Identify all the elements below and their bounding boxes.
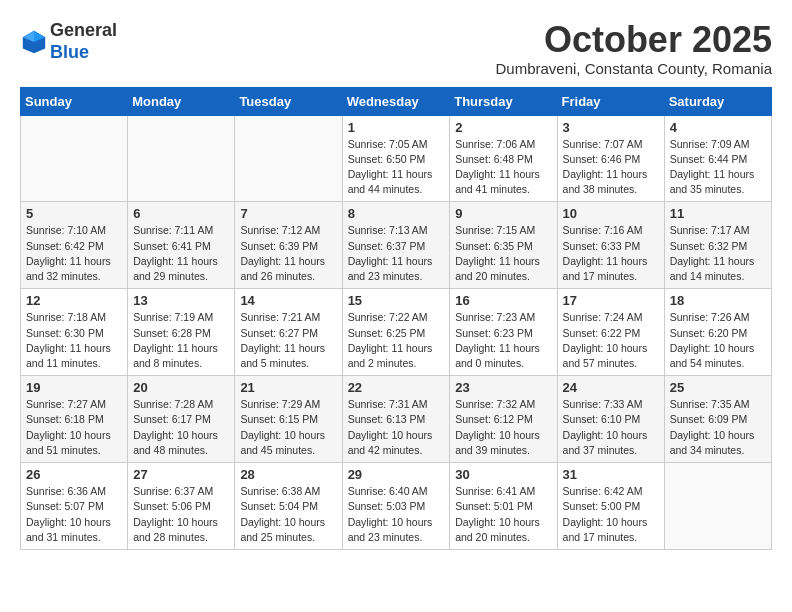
calendar-cell: 7Sunrise: 7:12 AM Sunset: 6:39 PM Daylig… — [235, 202, 342, 289]
day-number: 29 — [348, 467, 445, 482]
calendar-cell: 9Sunrise: 7:15 AM Sunset: 6:35 PM Daylig… — [450, 202, 557, 289]
day-info: Sunrise: 6:41 AM Sunset: 5:01 PM Dayligh… — [455, 484, 551, 545]
day-info: Sunrise: 7:13 AM Sunset: 6:37 PM Dayligh… — [348, 223, 445, 284]
day-info: Sunrise: 7:12 AM Sunset: 6:39 PM Dayligh… — [240, 223, 336, 284]
weekday-header: Monday — [128, 87, 235, 115]
calendar-cell: 28Sunrise: 6:38 AM Sunset: 5:04 PM Dayli… — [235, 463, 342, 550]
calendar-cell: 4Sunrise: 7:09 AM Sunset: 6:44 PM Daylig… — [664, 115, 771, 202]
day-info: Sunrise: 7:11 AM Sunset: 6:41 PM Dayligh… — [133, 223, 229, 284]
day-info: Sunrise: 7:19 AM Sunset: 6:28 PM Dayligh… — [133, 310, 229, 371]
day-info: Sunrise: 7:29 AM Sunset: 6:15 PM Dayligh… — [240, 397, 336, 458]
weekday-header: Sunday — [21, 87, 128, 115]
calendar-cell: 23Sunrise: 7:32 AM Sunset: 6:12 PM Dayli… — [450, 376, 557, 463]
day-info: Sunrise: 7:23 AM Sunset: 6:23 PM Dayligh… — [455, 310, 551, 371]
month-title: October 2025 — [495, 20, 772, 60]
calendar-cell: 8Sunrise: 7:13 AM Sunset: 6:37 PM Daylig… — [342, 202, 450, 289]
day-number: 23 — [455, 380, 551, 395]
day-number: 14 — [240, 293, 336, 308]
day-number: 3 — [563, 120, 659, 135]
day-info: Sunrise: 6:40 AM Sunset: 5:03 PM Dayligh… — [348, 484, 445, 545]
day-info: Sunrise: 7:15 AM Sunset: 6:35 PM Dayligh… — [455, 223, 551, 284]
weekday-header: Thursday — [450, 87, 557, 115]
calendar-week-row: 26Sunrise: 6:36 AM Sunset: 5:07 PM Dayli… — [21, 463, 772, 550]
calendar-cell: 18Sunrise: 7:26 AM Sunset: 6:20 PM Dayli… — [664, 289, 771, 376]
day-number: 12 — [26, 293, 122, 308]
day-number: 13 — [133, 293, 229, 308]
day-number: 6 — [133, 206, 229, 221]
calendar-cell: 14Sunrise: 7:21 AM Sunset: 6:27 PM Dayli… — [235, 289, 342, 376]
calendar-cell: 5Sunrise: 7:10 AM Sunset: 6:42 PM Daylig… — [21, 202, 128, 289]
day-info: Sunrise: 7:09 AM Sunset: 6:44 PM Dayligh… — [670, 137, 766, 198]
day-number: 5 — [26, 206, 122, 221]
day-number: 19 — [26, 380, 122, 395]
day-info: Sunrise: 6:37 AM Sunset: 5:06 PM Dayligh… — [133, 484, 229, 545]
calendar-cell — [21, 115, 128, 202]
day-info: Sunrise: 7:24 AM Sunset: 6:22 PM Dayligh… — [563, 310, 659, 371]
calendar-cell — [664, 463, 771, 550]
logo: General Blue — [20, 20, 117, 63]
logo-text: General Blue — [50, 20, 117, 63]
calendar-cell: 24Sunrise: 7:33 AM Sunset: 6:10 PM Dayli… — [557, 376, 664, 463]
day-info: Sunrise: 7:16 AM Sunset: 6:33 PM Dayligh… — [563, 223, 659, 284]
day-info: Sunrise: 6:38 AM Sunset: 5:04 PM Dayligh… — [240, 484, 336, 545]
day-number: 25 — [670, 380, 766, 395]
calendar-cell: 1Sunrise: 7:05 AM Sunset: 6:50 PM Daylig… — [342, 115, 450, 202]
day-info: Sunrise: 7:35 AM Sunset: 6:09 PM Dayligh… — [670, 397, 766, 458]
day-number: 17 — [563, 293, 659, 308]
calendar-cell: 13Sunrise: 7:19 AM Sunset: 6:28 PM Dayli… — [128, 289, 235, 376]
day-number: 22 — [348, 380, 445, 395]
day-number: 2 — [455, 120, 551, 135]
day-info: Sunrise: 7:10 AM Sunset: 6:42 PM Dayligh… — [26, 223, 122, 284]
day-number: 9 — [455, 206, 551, 221]
day-info: Sunrise: 7:28 AM Sunset: 6:17 PM Dayligh… — [133, 397, 229, 458]
day-number: 7 — [240, 206, 336, 221]
day-number: 21 — [240, 380, 336, 395]
calendar-cell: 26Sunrise: 6:36 AM Sunset: 5:07 PM Dayli… — [21, 463, 128, 550]
day-number: 28 — [240, 467, 336, 482]
calendar-cell: 12Sunrise: 7:18 AM Sunset: 6:30 PM Dayli… — [21, 289, 128, 376]
calendar-table: SundayMondayTuesdayWednesdayThursdayFrid… — [20, 87, 772, 550]
weekday-header: Saturday — [664, 87, 771, 115]
weekday-header-row: SundayMondayTuesdayWednesdayThursdayFrid… — [21, 87, 772, 115]
calendar-cell: 2Sunrise: 7:06 AM Sunset: 6:48 PM Daylig… — [450, 115, 557, 202]
location: Dumbraveni, Constanta County, Romania — [495, 60, 772, 77]
calendar-cell: 16Sunrise: 7:23 AM Sunset: 6:23 PM Dayli… — [450, 289, 557, 376]
calendar-cell: 17Sunrise: 7:24 AM Sunset: 6:22 PM Dayli… — [557, 289, 664, 376]
calendar-cell: 6Sunrise: 7:11 AM Sunset: 6:41 PM Daylig… — [128, 202, 235, 289]
day-info: Sunrise: 7:27 AM Sunset: 6:18 PM Dayligh… — [26, 397, 122, 458]
day-number: 18 — [670, 293, 766, 308]
day-info: Sunrise: 7:17 AM Sunset: 6:32 PM Dayligh… — [670, 223, 766, 284]
calendar-cell: 10Sunrise: 7:16 AM Sunset: 6:33 PM Dayli… — [557, 202, 664, 289]
day-info: Sunrise: 7:32 AM Sunset: 6:12 PM Dayligh… — [455, 397, 551, 458]
day-info: Sunrise: 7:21 AM Sunset: 6:27 PM Dayligh… — [240, 310, 336, 371]
day-info: Sunrise: 7:06 AM Sunset: 6:48 PM Dayligh… — [455, 137, 551, 198]
calendar-cell: 29Sunrise: 6:40 AM Sunset: 5:03 PM Dayli… — [342, 463, 450, 550]
calendar-cell: 20Sunrise: 7:28 AM Sunset: 6:17 PM Dayli… — [128, 376, 235, 463]
calendar-week-row: 1Sunrise: 7:05 AM Sunset: 6:50 PM Daylig… — [21, 115, 772, 202]
calendar-week-row: 19Sunrise: 7:27 AM Sunset: 6:18 PM Dayli… — [21, 376, 772, 463]
calendar-cell: 31Sunrise: 6:42 AM Sunset: 5:00 PM Dayli… — [557, 463, 664, 550]
day-info: Sunrise: 7:18 AM Sunset: 6:30 PM Dayligh… — [26, 310, 122, 371]
calendar-week-row: 5Sunrise: 7:10 AM Sunset: 6:42 PM Daylig… — [21, 202, 772, 289]
logo-icon — [20, 28, 48, 56]
day-number: 16 — [455, 293, 551, 308]
day-number: 24 — [563, 380, 659, 395]
day-info: Sunrise: 7:33 AM Sunset: 6:10 PM Dayligh… — [563, 397, 659, 458]
day-info: Sunrise: 7:07 AM Sunset: 6:46 PM Dayligh… — [563, 137, 659, 198]
calendar-cell: 11Sunrise: 7:17 AM Sunset: 6:32 PM Dayli… — [664, 202, 771, 289]
weekday-header: Tuesday — [235, 87, 342, 115]
day-number: 4 — [670, 120, 766, 135]
calendar-cell: 19Sunrise: 7:27 AM Sunset: 6:18 PM Dayli… — [21, 376, 128, 463]
day-number: 1 — [348, 120, 445, 135]
day-number: 30 — [455, 467, 551, 482]
day-number: 20 — [133, 380, 229, 395]
calendar-cell: 3Sunrise: 7:07 AM Sunset: 6:46 PM Daylig… — [557, 115, 664, 202]
day-number: 10 — [563, 206, 659, 221]
calendar-cell: 21Sunrise: 7:29 AM Sunset: 6:15 PM Dayli… — [235, 376, 342, 463]
day-number: 15 — [348, 293, 445, 308]
calendar-cell: 30Sunrise: 6:41 AM Sunset: 5:01 PM Dayli… — [450, 463, 557, 550]
day-info: Sunrise: 7:22 AM Sunset: 6:25 PM Dayligh… — [348, 310, 445, 371]
day-number: 26 — [26, 467, 122, 482]
day-info: Sunrise: 6:42 AM Sunset: 5:00 PM Dayligh… — [563, 484, 659, 545]
calendar-cell: 27Sunrise: 6:37 AM Sunset: 5:06 PM Dayli… — [128, 463, 235, 550]
